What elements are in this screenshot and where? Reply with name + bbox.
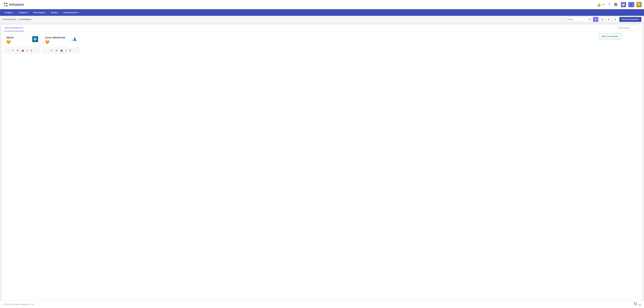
edit-button-azure[interactable]: ✏ (50, 49, 53, 52)
svg-point-2 (4, 5, 5, 7)
breadcrumb: Administration > Connections (3, 18, 31, 21)
new-connections-tooltip: New Connections (599, 34, 621, 39)
svg-point-0 (4, 3, 5, 4)
nav-bar: Insights ▾ Analysis ▾ Automation ▾ Studi… (0, 9, 644, 16)
content-area: My Connections (2) Filter by type ⌄ SQLi… (1, 24, 643, 303)
help-button[interactable]: ? (608, 2, 611, 7)
notification-bell[interactable]: 🔔 294 (597, 3, 605, 7)
share-button-sqlite[interactable]: ⚙ (16, 49, 19, 52)
filter-placeholder: Filter by type (618, 27, 630, 29)
connections-grid: SQLite 🧡 SQL ✏ ⚙ 📤 ℹ 🗑 (2, 32, 642, 56)
view-tile-button[interactable]: ⊞ (593, 17, 598, 22)
delete-button-sqlite[interactable]: 🗑 (30, 49, 33, 52)
nav-analysis[interactable]: Analysis ▾ (16, 9, 30, 16)
card-top-sqlite: SQLite 🧡 SQL (4, 34, 40, 47)
breadcrumb-bar: Administration > Connections 🔍 ⊞ ☰ ⊕ ⬇ N… (0, 16, 644, 23)
nav-insights[interactable]: Insights ▾ (2, 9, 16, 16)
export-button-sqlite[interactable]: 📤 (21, 49, 24, 52)
breadcrumb-parent[interactable]: Administration (3, 18, 16, 21)
chevron-down-icon: ▾ (45, 12, 46, 14)
chevron-down-icon: ⌄ (636, 27, 638, 29)
new-connections-button[interactable]: New Connections (619, 17, 641, 22)
settings-button[interactable]: ⚙ (636, 2, 641, 7)
edit-button-sqlite[interactable]: ✏ (12, 49, 14, 52)
download-button[interactable]: ⬇ (613, 17, 618, 22)
breadcrumb-separator: > (17, 18, 18, 21)
azure-icon (71, 36, 77, 42)
chevron-down-icon: ▾ (28, 12, 28, 14)
card-title-azure: Azure Upload task (45, 36, 65, 39)
footer-copyright: © 2013-2024 Noesys Software Pvt. Ltd. (3, 303, 34, 305)
footer: © 2013-2024 Noesys Software Pvt. Ltd. ✳ (0, 300, 644, 308)
nav-administration[interactable]: Administration ▾ (61, 9, 82, 16)
add-button[interactable]: ⊕ (606, 17, 612, 22)
svg-point-1 (6, 3, 8, 4)
grid-button[interactable]: ▦ (621, 2, 626, 7)
sqlite-icon: SQL (32, 36, 38, 42)
svg-text:SQL: SQL (34, 38, 37, 40)
card-badge-azure: 🧡 (45, 40, 65, 45)
toolbar-right: 🔍 ⊞ ☰ ⊕ ⬇ New Connections (566, 17, 641, 22)
svg-point-10 (636, 304, 637, 305)
user-button[interactable]: 👤 (628, 2, 634, 7)
notification-count: 294 (602, 3, 605, 6)
chevron-down-icon: ▾ (13, 12, 14, 14)
card-top-azure: Azure Upload task 🧡 (43, 34, 79, 47)
export-button-azure[interactable]: 📤 (60, 49, 63, 52)
search-icon: 🔍 (588, 18, 591, 21)
svg-point-3 (6, 5, 8, 7)
tabs-bar: My Connections (2) Filter by type ⌄ (2, 25, 642, 32)
card-title-sqlite: SQLite (6, 36, 14, 39)
card-badge-sqlite: 🧡 (6, 40, 14, 45)
card-bottom-azure: ✏ ⚙ 📤 ℹ 🗑 (43, 47, 79, 54)
nav-automation[interactable]: Automation ▾ (30, 9, 48, 16)
info-button-azure[interactable]: ℹ (65, 49, 67, 52)
tab-my-connections[interactable]: My Connections (2) (4, 25, 24, 31)
card-bottom-sqlite: ✏ ⚙ 📤 ℹ 🗑 (4, 47, 40, 54)
svg-point-9 (634, 304, 635, 305)
search-box[interactable]: 🔍 (566, 17, 592, 22)
connection-card-sqlite: SQLite 🧡 SQL ✏ ⚙ 📤 ℹ 🗑 (4, 34, 40, 54)
footer-logo-icon: ✳ (633, 301, 641, 307)
filter-by-type-select[interactable]: Filter by type ⌄ (617, 26, 640, 30)
chevron-down-icon: ▾ (58, 12, 59, 14)
connection-card-azure: Azure Upload task 🧡 ✏ ⚙ 📤 ℹ 🗑 (43, 34, 79, 54)
top-header: Infoeave 🔔 294 ? 📚 ▦ 👤 ⚙ (0, 0, 644, 9)
share-button-azure[interactable]: ⚙ (55, 49, 58, 52)
info-button-sqlite[interactable]: ℹ (26, 49, 28, 52)
tooltip-text: New Connections (602, 35, 618, 38)
bell-icon: 🔔 (597, 3, 601, 7)
breadcrumb-current: Connections (20, 18, 31, 21)
search-input[interactable] (567, 18, 588, 21)
logo[interactable]: Infoeave (3, 2, 24, 8)
logo-text: Infoeave (9, 3, 24, 7)
svg-point-7 (634, 302, 635, 303)
books-button[interactable]: 📚 (613, 2, 618, 7)
nav-studio[interactable]: Studio ▾ (48, 9, 61, 16)
delete-button-azure[interactable]: 🗑 (69, 49, 72, 52)
view-list-button[interactable]: ☰ (600, 17, 605, 22)
header-right: 🔔 294 ? 📚 ▦ 👤 ⚙ (597, 2, 641, 7)
svg-point-8 (636, 302, 637, 303)
chevron-down-icon: ▾ (78, 12, 80, 14)
